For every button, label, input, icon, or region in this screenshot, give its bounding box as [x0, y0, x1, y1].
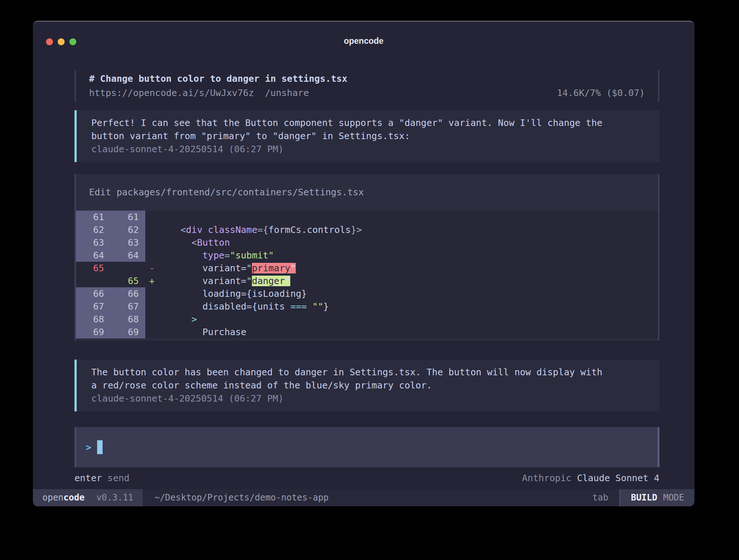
- line-number-new: 68: [111, 313, 145, 326]
- diff-code-line: variant="danger": [158, 275, 658, 287]
- diff-row: 6262 <div className={formCs.controls}>: [76, 223, 658, 236]
- app-name-bold: code: [64, 492, 85, 503]
- diff-marker: [145, 287, 158, 300]
- mode-indicator: BUILDMODE: [621, 489, 694, 506]
- tool-title: Edit packages/frontend/src/containers/Se…: [76, 174, 658, 211]
- line-number-old: 63: [76, 236, 111, 249]
- send-hint-label: send: [107, 473, 129, 483]
- line-number-old: 67: [76, 300, 111, 313]
- line-number-old: 68: [76, 313, 111, 326]
- diff-row: 6767 disabled={units === ""}: [76, 300, 658, 313]
- diff-marker: [145, 300, 158, 313]
- diff-code-line: type="submit": [158, 249, 658, 262]
- mode-name: BUILD: [631, 492, 657, 503]
- diff-code-line: >: [158, 313, 658, 326]
- provider-label: Anthropic: [522, 473, 571, 483]
- diff-row: 6969 Purchase: [76, 326, 658, 338]
- assistant-message: Perfect! I can see that the Button compo…: [74, 110, 659, 162]
- diff-code-line: disabled={units === ""}: [158, 300, 658, 313]
- model-label: Claude Sonnet 4: [577, 473, 659, 483]
- line-number-old: 66: [76, 287, 111, 300]
- diff-gutter: 6363: [76, 236, 145, 249]
- diff-row: 65- variant="primary": [76, 262, 658, 275]
- diff-row: 6363 <Button: [76, 236, 658, 249]
- share-url-link[interactable]: https://opencode.ai/s/UwJxv76z: [89, 86, 254, 100]
- line-number-old: [76, 275, 111, 287]
- diff-row: 65+ variant="danger": [76, 275, 658, 287]
- line-number-new: [111, 262, 145, 275]
- enter-key-hint: enter: [74, 473, 102, 483]
- line-number-new: 69: [111, 326, 145, 338]
- diff-gutter: 65: [76, 275, 145, 287]
- unshare-action[interactable]: /unshare: [265, 86, 309, 100]
- line-number-new: 65: [111, 275, 145, 287]
- diff-gutter: 6464: [76, 249, 145, 262]
- diff-gutter: 6767: [76, 300, 145, 313]
- diff-row: 6161: [76, 211, 658, 223]
- line-number-old: 69: [76, 326, 111, 338]
- diff-gutter: 65: [76, 262, 145, 275]
- prompt-symbol: >: [86, 442, 91, 453]
- diff-code-line: Purchase: [158, 326, 658, 338]
- line-number-new: 62: [111, 223, 145, 236]
- window-title: opencode: [33, 36, 694, 46]
- terminal-window: opencode # Change button color to danger…: [33, 21, 694, 506]
- diff-gutter: 6868: [76, 313, 145, 326]
- diff-gutter: 6161: [76, 211, 145, 223]
- diff-marker: [145, 326, 158, 338]
- app-version: v0.3.11: [96, 492, 133, 503]
- line-number-new: 67: [111, 300, 145, 313]
- diff-gutter: 6969: [76, 326, 145, 338]
- diff-view: 61616262 <div className={formCs.controls…: [76, 211, 658, 338]
- working-directory: ~/Desktop/Projects/demo-notes-app: [154, 489, 329, 506]
- line-number-old: 64: [76, 249, 111, 262]
- session-content: # Change button color to danger in setti…: [33, 70, 694, 484]
- tab-key-hint: tab: [593, 489, 608, 506]
- diff-code-line: <div className={formCs.controls}>: [158, 223, 658, 236]
- line-number-new: 61: [111, 211, 145, 223]
- line-number-new: 66: [111, 287, 145, 300]
- line-number-new: 63: [111, 236, 145, 249]
- diff-marker: +: [145, 275, 158, 287]
- diff-marker: [145, 313, 158, 326]
- edit-tool-call: Edit packages/frontend/src/containers/Se…: [74, 174, 659, 341]
- line-number-new: 64: [111, 249, 145, 262]
- text-cursor: [97, 440, 103, 454]
- diff-marker: [145, 211, 158, 223]
- line-number-old: 62: [76, 223, 111, 236]
- assistant-message: The button color has been changed to dan…: [74, 360, 659, 411]
- mode-suffix: MODE: [663, 492, 684, 503]
- diff-marker: [145, 223, 158, 236]
- diff-row: 6868 >: [76, 313, 658, 326]
- diff-code-line: <Button: [158, 236, 658, 249]
- app-version-chip: opencode v0.3.11: [33, 489, 143, 506]
- message-meta: claude-sonnet-4-20250514 (06:27 PM): [91, 392, 652, 405]
- message-text: button variant from "primary" to "danger…: [91, 130, 652, 143]
- session-header: # Change button color to danger in setti…: [74, 70, 659, 101]
- message-text: Perfect! I can see that the Button compo…: [91, 116, 652, 130]
- input-hints: enter send Anthropic Claude Sonnet 4: [74, 473, 659, 484]
- line-number-old: 61: [76, 211, 111, 223]
- prompt-input[interactable]: >: [74, 427, 659, 467]
- status-bar: opencode v0.3.11 ~/Desktop/Projects/demo…: [33, 489, 694, 506]
- token-usage: 14.6K/7% ($0.07): [557, 86, 645, 100]
- message-text: a red/rose color scheme instead of the b…: [91, 379, 652, 392]
- message-text: The button color has been changed to dan…: [91, 366, 652, 379]
- diff-code-line: variant="primary": [158, 262, 658, 275]
- diff-row: 6464 type="submit": [76, 249, 658, 262]
- diff-row: 6666 loading={isLoading}: [76, 287, 658, 300]
- diff-marker: [145, 249, 158, 262]
- diff-gutter: 6666: [76, 287, 145, 300]
- diff-marker: [145, 236, 158, 249]
- titlebar: opencode: [33, 22, 694, 60]
- message-meta: claude-sonnet-4-20250514 (06:27 PM): [91, 143, 652, 156]
- session-title: # Change button color to danger in setti…: [89, 73, 347, 84]
- diff-marker: -: [145, 262, 158, 275]
- diff-code-line: [158, 211, 658, 223]
- line-number-old: 65: [76, 262, 111, 275]
- diff-gutter: 6262: [76, 223, 145, 236]
- diff-code-line: loading={isLoading}: [158, 287, 658, 300]
- app-name: open: [42, 492, 64, 503]
